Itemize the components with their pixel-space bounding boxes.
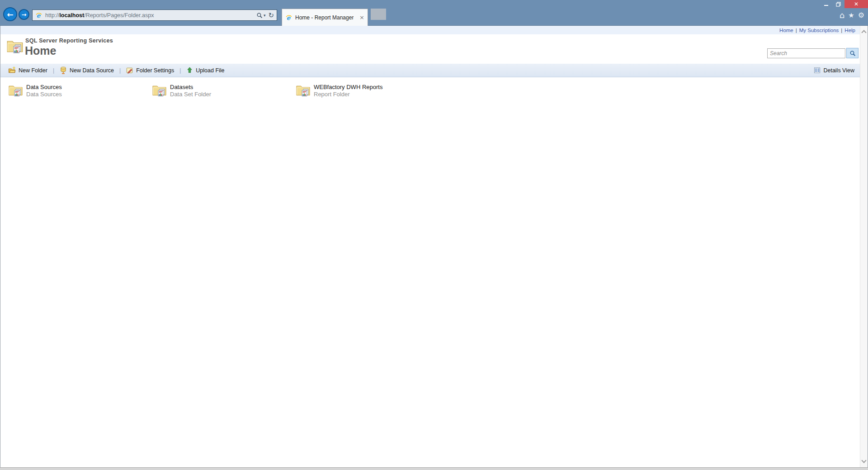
content-area: Home | My Subscriptions | Help SQL Serve… bbox=[0, 26, 860, 467]
toolbar: New Folder | New Data Source | Folder Se… bbox=[0, 64, 860, 77]
home-icon[interactable]: ⌂ bbox=[840, 10, 844, 20]
item-subtitle: Data Sources bbox=[26, 91, 62, 98]
search-icon[interactable] bbox=[256, 12, 263, 19]
browser-chrome: ← → http://localhost/Reports/Pages/Folde… bbox=[0, 0, 868, 26]
item-title-link[interactable]: Datasets bbox=[170, 84, 211, 90]
upload-file-button[interactable]: Upload File bbox=[186, 67, 224, 74]
address-bar[interactable]: http://localhost/Reports/Pages/Folder.as… bbox=[32, 9, 277, 21]
upload-arrow-icon bbox=[186, 67, 193, 74]
item-title-link[interactable]: Data Sources bbox=[26, 84, 62, 90]
new-folder-label: New Folder bbox=[19, 67, 47, 74]
folder-item-data-sources: Data Sources Data Sources bbox=[8, 83, 152, 98]
search-input[interactable] bbox=[767, 48, 845, 58]
chevron-down-icon[interactable]: ▾ bbox=[264, 13, 266, 18]
url-protocol: http:// bbox=[45, 12, 59, 19]
link-my-subscriptions[interactable]: My Subscriptions bbox=[799, 28, 839, 33]
data-source-icon bbox=[60, 66, 67, 74]
new-folder-icon bbox=[8, 66, 16, 74]
link-separator: | bbox=[841, 28, 842, 33]
forward-arrow-icon: → bbox=[22, 11, 27, 18]
folder-report-icon bbox=[152, 83, 167, 98]
search-box bbox=[767, 48, 859, 58]
folder-item-datasets: Datasets Data Set Folder bbox=[152, 83, 296, 98]
new-tab-button[interactable] bbox=[371, 9, 386, 20]
refresh-icon[interactable]: ↻ bbox=[268, 11, 274, 19]
restore-button[interactable] bbox=[832, 0, 844, 8]
search-button[interactable] bbox=[846, 48, 859, 58]
tab-close-icon[interactable]: × bbox=[359, 14, 364, 20]
close-button[interactable]: ✕ bbox=[844, 0, 868, 8]
item-subtitle: Report Folder bbox=[314, 91, 382, 98]
folder-settings-icon bbox=[126, 67, 133, 74]
page-title: Home bbox=[25, 44, 56, 57]
window-controls: ✕ bbox=[820, 0, 868, 8]
vertical-scrollbar[interactable] bbox=[860, 26, 868, 467]
chrome-action-icons: ⌂ ★ ⚙ bbox=[840, 10, 864, 20]
minimize-icon bbox=[824, 5, 828, 6]
upload-file-label: Upload File bbox=[196, 67, 224, 74]
toolbar-separator: | bbox=[119, 67, 121, 74]
url-host: localhost bbox=[59, 12, 84, 19]
url-path: /Reports/Pages/Folder.aspx bbox=[84, 12, 154, 19]
restore-icon bbox=[836, 2, 841, 7]
ie-logo-icon bbox=[35, 12, 42, 19]
link-home[interactable]: Home bbox=[779, 28, 793, 33]
favorites-star-icon[interactable]: ★ bbox=[848, 11, 854, 19]
gear-icon[interactable]: ⚙ bbox=[858, 11, 864, 19]
browser-tab[interactable]: Home - Report Manager × bbox=[282, 9, 368, 26]
back-button[interactable]: ← bbox=[3, 7, 17, 21]
details-view-label: Details View bbox=[823, 67, 854, 74]
minimize-button[interactable] bbox=[820, 0, 832, 8]
tab-title: Home - Report Manager bbox=[295, 14, 354, 21]
folder-settings-button[interactable]: Folder Settings bbox=[126, 67, 174, 74]
folder-report-icon bbox=[8, 83, 23, 98]
close-icon: ✕ bbox=[854, 1, 859, 7]
link-separator: | bbox=[796, 28, 797, 33]
item-title-link[interactable]: WEBfactory DWH Reports bbox=[314, 84, 382, 90]
url-text[interactable]: http://localhost/Reports/Pages/Folder.as… bbox=[45, 12, 154, 19]
item-text: Datasets Data Set Folder bbox=[170, 83, 211, 98]
new-folder-button[interactable]: New Folder bbox=[8, 66, 47, 74]
folder-report-icon bbox=[296, 83, 311, 98]
back-arrow-icon: ← bbox=[7, 10, 13, 19]
new-data-source-button[interactable]: New Data Source bbox=[60, 66, 114, 74]
address-bar-icons: ▾ ↻ bbox=[256, 11, 274, 19]
toolbar-separator: | bbox=[179, 67, 181, 74]
app-name: SQL Server Reporting Services bbox=[25, 38, 113, 44]
item-subtitle: Data Set Folder bbox=[170, 91, 211, 98]
window-bottom-frame bbox=[0, 467, 868, 470]
link-help[interactable]: Help bbox=[844, 28, 855, 33]
details-view-button[interactable]: Details View bbox=[814, 67, 854, 74]
details-view-icon bbox=[814, 67, 821, 74]
toolbar-separator: | bbox=[53, 67, 54, 74]
ssrs-header: SQL Server Reporting Services Home bbox=[0, 34, 860, 64]
folder-item-webfactory-dwh-reports: WEBfactory DWH Reports Report Folder bbox=[296, 83, 439, 98]
top-links-bar: Home | My Subscriptions | Help bbox=[0, 26, 860, 34]
forward-button[interactable]: → bbox=[19, 9, 29, 20]
scroll-up-icon[interactable] bbox=[861, 30, 866, 35]
home-folder-icon bbox=[6, 38, 24, 55]
page: Home | My Subscriptions | Help SQL Serve… bbox=[0, 26, 868, 467]
item-text: Data Sources Data Sources bbox=[26, 83, 62, 98]
item-text: WEBfactory DWH Reports Report Folder bbox=[314, 83, 382, 98]
new-data-source-label: New Data Source bbox=[70, 67, 114, 74]
folder-settings-label: Folder Settings bbox=[136, 67, 174, 74]
browser-window: ← → http://localhost/Reports/Pages/Folde… bbox=[0, 0, 868, 470]
ie-logo-icon bbox=[285, 14, 292, 21]
search-icon bbox=[849, 50, 856, 56]
folder-items: Data Sources Data Sources Datasets Data … bbox=[0, 77, 860, 98]
scroll-down-icon[interactable] bbox=[861, 458, 866, 463]
